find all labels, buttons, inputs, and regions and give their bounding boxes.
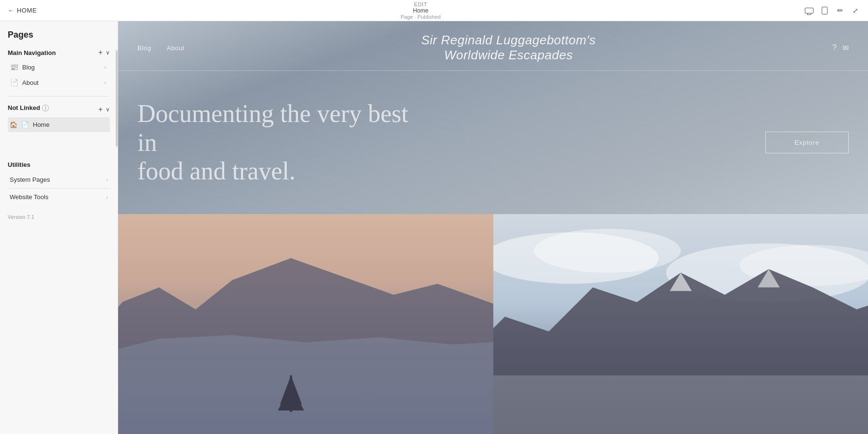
photo-cell-1	[118, 214, 493, 434]
page-title: Home	[413, 7, 428, 14]
about-page-icon: 📄	[10, 79, 18, 86]
top-bar-right: ✏ ⤢	[804, 6, 860, 15]
page-status: Page · Published	[401, 14, 441, 20]
system-pages-item[interactable]: System Pages ›	[8, 172, 110, 187]
sidebar: Pages Main Navigation + ∨ 📰 Blog ›	[0, 21, 118, 434]
not-linked-actions: + ∨	[98, 106, 110, 113]
website-preview: Blog About Sir Reginald Luggagebottom's …	[118, 21, 868, 434]
top-bar-left: ← HOME	[8, 7, 37, 14]
preview-area: Blog About Sir Reginald Luggagebottom's …	[118, 21, 868, 434]
main-nav-header: Main Navigation + ∨	[8, 49, 110, 56]
not-linked-section: Not Linked i + ∨ 🏠 📄 Home	[0, 100, 118, 134]
main-nav-title: Main Navigation	[8, 49, 56, 56]
site-nav: Blog About Sir Reginald Luggagebottom's …	[118, 21, 868, 71]
not-linked-title: Not Linked	[8, 104, 40, 111]
utilities-title: Utilities	[8, 161, 110, 168]
site-nav-icons: ? ✉	[832, 43, 849, 53]
hero-section: Blog About Sir Reginald Luggagebottom's …	[118, 21, 868, 214]
mountain-silhouette-1	[118, 214, 493, 434]
website-tools-item[interactable]: Website Tools ›	[8, 190, 110, 204]
site-title-group: Sir Reginald Luggagebottom's Worldwide E…	[421, 33, 596, 63]
site-title-line1: Sir Reginald Luggagebottom's	[421, 33, 596, 48]
utility-divider	[8, 188, 110, 189]
sidebar-item-blog-label: Blog	[22, 64, 35, 71]
hero-body: Documenting the very best in food and tr…	[118, 71, 868, 214]
sidebar-item-blog[interactable]: 📰 Blog ›	[8, 59, 110, 75]
blog-chevron-icon: ›	[104, 64, 106, 70]
hero-tagline-line2: food and travel.	[137, 157, 427, 186]
home-current-icon: 🏠	[10, 121, 17, 128]
edit-label[interactable]: EDIT	[414, 1, 427, 7]
main-nav-collapse-button[interactable]: ∨	[106, 49, 110, 56]
expand-icon: ⤢	[853, 7, 858, 14]
photo-cell-2	[493, 214, 868, 434]
photo-grid	[118, 214, 868, 434]
about-chevron-icon: ›	[104, 80, 106, 85]
sidebar-item-about-left: 📄 About	[10, 79, 39, 86]
back-home-label[interactable]: HOME	[17, 7, 37, 14]
main-nav-actions: + ∨	[98, 49, 110, 56]
top-bar: ← HOME EDIT Home Page · Published ✏ ⤢	[0, 0, 868, 21]
not-linked-title-group: Not Linked i	[8, 104, 49, 111]
section-divider-1	[8, 96, 110, 96]
site-nav-about[interactable]: About	[167, 44, 185, 52]
sidebar-item-about[interactable]: 📄 About ›	[8, 75, 110, 90]
site-nav-blog[interactable]: Blog	[137, 44, 151, 52]
system-pages-label: System Pages	[10, 176, 50, 183]
cart-icon[interactable]: ✉	[842, 43, 849, 53]
sidebar-item-home[interactable]: 🏠 📄 Home	[8, 117, 110, 132]
svg-rect-15	[493, 375, 868, 434]
desktop-view-button[interactable]	[804, 6, 814, 15]
blog-page-icon: 📰	[10, 63, 18, 71]
svg-marker-3	[118, 335, 493, 434]
system-pages-chevron-icon: ›	[106, 177, 108, 183]
website-tools-label: Website Tools	[10, 193, 48, 201]
spacer	[0, 134, 118, 153]
expand-button[interactable]: ⤢	[851, 6, 860, 15]
version-label: Version 7.1	[0, 206, 118, 228]
site-nav-links: Blog About	[137, 44, 185, 52]
sidebar-header: Pages	[0, 21, 118, 45]
tablet-view-button[interactable]	[820, 6, 829, 15]
edit-mode-button[interactable]: ✏	[835, 6, 845, 15]
top-bar-center: EDIT Home Page · Published	[401, 1, 441, 20]
pencil-icon: ✏	[837, 6, 843, 15]
mountain-silhouette-2	[493, 214, 868, 434]
desktop-icon	[805, 8, 814, 14]
home-page-icon: 📄	[21, 121, 29, 128]
sidebar-item-home-label: Home	[33, 121, 50, 128]
not-linked-info-icon[interactable]: i	[42, 105, 49, 111]
tablet-icon	[822, 7, 827, 14]
website-tools-chevron-icon: ›	[106, 194, 108, 200]
not-linked-collapse-button[interactable]: ∨	[106, 106, 110, 113]
sidebar-title: Pages	[8, 30, 33, 40]
add-not-linked-button[interactable]: +	[98, 106, 103, 113]
main-layout: Pages Main Navigation + ∨ 📰 Blog ›	[0, 21, 868, 434]
not-linked-header: Not Linked i + ∨	[8, 104, 110, 114]
scroll-indicator	[116, 50, 118, 147]
search-icon[interactable]: ?	[832, 43, 837, 52]
hero-tagline: Documenting the very best in food and tr…	[137, 99, 427, 186]
explore-button[interactable]: Explore	[765, 132, 849, 153]
utilities-section: Utilities System Pages › Website Tools ›	[0, 153, 118, 206]
site-title-line2: Worldwide Escapades	[421, 48, 596, 63]
main-nav-section: Main Navigation + ∨ 📰 Blog › 📄 About	[0, 45, 118, 92]
sidebar-item-about-label: About	[22, 79, 39, 86]
sidebar-item-blog-left: 📰 Blog	[10, 63, 35, 71]
page-info: Home Page · Published	[401, 7, 441, 20]
svg-point-9	[534, 229, 680, 272]
add-page-button[interactable]: +	[98, 49, 103, 56]
back-arrow-icon: ←	[8, 7, 14, 14]
hero-tagline-line1: Documenting the very best in	[137, 99, 427, 157]
